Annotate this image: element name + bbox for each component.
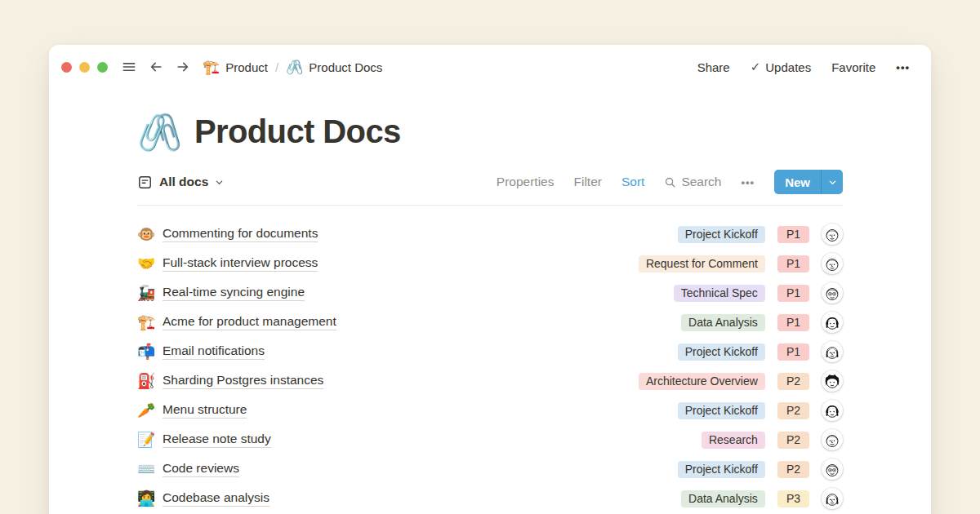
properties-button[interactable]: Properties bbox=[497, 175, 555, 189]
doc-type-tag[interactable]: Data Analysis bbox=[681, 490, 765, 507]
doc-table: 🐵 Commenting for documents Project Kicko… bbox=[137, 219, 843, 513]
assignee-avatar[interactable] bbox=[822, 370, 843, 392]
search-label: Search bbox=[681, 175, 721, 189]
close-window-button[interactable] bbox=[61, 62, 72, 73]
row-page-title[interactable]: Menu structure bbox=[163, 402, 247, 419]
doc-type-tag[interactable]: Technical Spec bbox=[674, 285, 765, 302]
share-button[interactable]: Share bbox=[697, 60, 730, 74]
doc-type-tag[interactable]: Architecture Overview bbox=[639, 373, 765, 390]
table-row: 👩‍💻 Codebase analysis Data Analysis P3 bbox=[137, 484, 843, 513]
doc-type-tag[interactable]: Project Kickoff bbox=[678, 461, 765, 478]
chevron-down-icon bbox=[215, 178, 224, 187]
row-page-title[interactable]: Sharding Postgres instances bbox=[163, 373, 323, 389]
table-row: 📬 Email notifications Project Kickoff P1 bbox=[137, 337, 843, 366]
forward-button[interactable] bbox=[175, 59, 191, 75]
favorite-button[interactable]: Favorite bbox=[831, 60, 875, 74]
priority-badge[interactable]: P2 bbox=[777, 461, 809, 478]
row-page-icon: ⛽ bbox=[137, 374, 163, 388]
assignee-avatar[interactable] bbox=[822, 282, 843, 304]
new-split-button: New bbox=[774, 170, 843, 194]
avatar-face-icon bbox=[822, 341, 843, 362]
doc-type-tag[interactable]: Data Analysis bbox=[681, 314, 765, 331]
row-page-title[interactable]: Email notifications bbox=[163, 343, 265, 360]
sidebar-menu-button[interactable] bbox=[121, 59, 137, 75]
updates-button[interactable]: ✓ Updates bbox=[751, 60, 811, 74]
priority-badge[interactable]: P1 bbox=[777, 226, 809, 243]
priority-badge[interactable]: P3 bbox=[777, 490, 809, 507]
table-row: 🏗️ Acme for product management Data Anal… bbox=[137, 308, 843, 337]
back-arrow-icon bbox=[148, 59, 164, 75]
minimize-window-button[interactable] bbox=[79, 62, 90, 73]
priority-badge[interactable]: P2 bbox=[777, 373, 809, 390]
assignee-avatar[interactable] bbox=[822, 312, 843, 333]
row-page-title[interactable]: Acme for product management bbox=[163, 314, 336, 330]
doc-type-tag[interactable]: Request for Comment bbox=[639, 255, 765, 273]
view-label: All docs bbox=[159, 175, 208, 189]
new-dropdown-button[interactable] bbox=[822, 170, 843, 194]
priority-badge[interactable]: P1 bbox=[777, 285, 809, 302]
priority-badge[interactable]: P1 bbox=[777, 255, 809, 273]
assignee-avatar[interactable] bbox=[822, 429, 843, 450]
priority-badge[interactable]: P2 bbox=[777, 432, 809, 449]
row-page-title[interactable]: Release note study bbox=[163, 432, 271, 448]
docs-view-icon bbox=[137, 175, 153, 190]
favorite-label: Favorite bbox=[831, 60, 875, 74]
doc-type-tag[interactable]: Research bbox=[702, 432, 765, 449]
assignee-avatar[interactable] bbox=[822, 400, 843, 421]
row-page-icon: 🚂 bbox=[137, 286, 163, 300]
breadcrumb-separator: / bbox=[275, 60, 278, 74]
assignee-avatar[interactable] bbox=[822, 488, 843, 509]
back-button[interactable] bbox=[148, 59, 164, 75]
table-row: 🐵 Commenting for documents Project Kicko… bbox=[137, 219, 843, 249]
window-topbar: 🏗️ Product / 🖇️ Product Docs Share ✓ Upd… bbox=[49, 45, 931, 89]
search-button[interactable]: Search bbox=[664, 175, 721, 189]
row-page-title[interactable]: Full-stack interview process bbox=[163, 255, 318, 272]
chevron-down-icon bbox=[828, 178, 837, 187]
new-button[interactable]: New bbox=[774, 170, 821, 194]
priority-badge[interactable]: P1 bbox=[777, 314, 809, 331]
assignee-avatar[interactable] bbox=[822, 253, 843, 274]
row-page-icon: ⌨️ bbox=[137, 462, 163, 476]
breadcrumb-item-product[interactable]: 🏗️ Product bbox=[203, 60, 268, 74]
assignee-avatar[interactable] bbox=[822, 341, 843, 362]
filter-button[interactable]: Filter bbox=[573, 175, 601, 189]
topbar-more-button[interactable]: ••• bbox=[896, 61, 910, 73]
breadcrumb-item-product-docs[interactable]: 🖇️ Product Docs bbox=[286, 60, 382, 74]
row-page-icon: 👩‍💻 bbox=[137, 491, 163, 506]
search-icon bbox=[664, 176, 676, 188]
table-row: ⌨️ Code reviews Project Kickoff P2 bbox=[137, 454, 843, 484]
avatar-face-icon bbox=[822, 253, 843, 274]
doc-type-tag[interactable]: Project Kickoff bbox=[678, 402, 765, 419]
page-title: Product Docs bbox=[194, 113, 401, 150]
doc-type-tag[interactable]: Project Kickoff bbox=[678, 226, 765, 243]
priority-badge[interactable]: P1 bbox=[777, 343, 809, 361]
doc-type-tag[interactable]: Project Kickoff bbox=[678, 343, 765, 361]
breadcrumb: 🏗️ Product / 🖇️ Product Docs bbox=[203, 60, 382, 74]
avatar-face-icon bbox=[822, 282, 843, 304]
check-icon: ✓ bbox=[751, 60, 761, 74]
app-window: 🏗️ Product / 🖇️ Product Docs Share ✓ Upd… bbox=[49, 45, 931, 514]
breadcrumb-label: Product bbox=[225, 60, 268, 74]
assignee-avatar[interactable] bbox=[822, 459, 843, 480]
more-icon: ••• bbox=[742, 176, 755, 188]
row-page-title[interactable]: Real-time syncing engine bbox=[163, 285, 305, 301]
row-page-title[interactable]: Commenting for documents bbox=[163, 226, 318, 242]
row-page-icon: 📬 bbox=[137, 344, 163, 359]
table-row: 🚂 Real-time syncing engine Technical Spe… bbox=[137, 278, 843, 308]
row-page-title[interactable]: Codebase analysis bbox=[163, 490, 270, 507]
zoom-window-button[interactable] bbox=[97, 62, 108, 73]
assignee-avatar[interactable] bbox=[822, 224, 843, 245]
toolbar-more-button[interactable]: ••• bbox=[742, 176, 755, 188]
priority-badge[interactable]: P2 bbox=[777, 402, 809, 419]
table-row: ⛽ Sharding Postgres instances Architectu… bbox=[137, 366, 843, 396]
paperclip-icon: 🖇️ bbox=[286, 60, 303, 74]
row-page-icon: 🐵 bbox=[137, 227, 163, 241]
crane-icon: 🏗️ bbox=[203, 60, 220, 74]
view-selector[interactable]: All docs bbox=[137, 175, 224, 190]
table-row: 📝 Release note study Research P2 bbox=[137, 425, 843, 454]
more-icon: ••• bbox=[896, 61, 910, 73]
sort-button[interactable]: Sort bbox=[621, 175, 644, 189]
table-row: 🤝 Full-stack interview process Request f… bbox=[137, 249, 843, 278]
breadcrumb-label: Product Docs bbox=[309, 60, 382, 74]
row-page-title[interactable]: Code reviews bbox=[163, 461, 239, 477]
